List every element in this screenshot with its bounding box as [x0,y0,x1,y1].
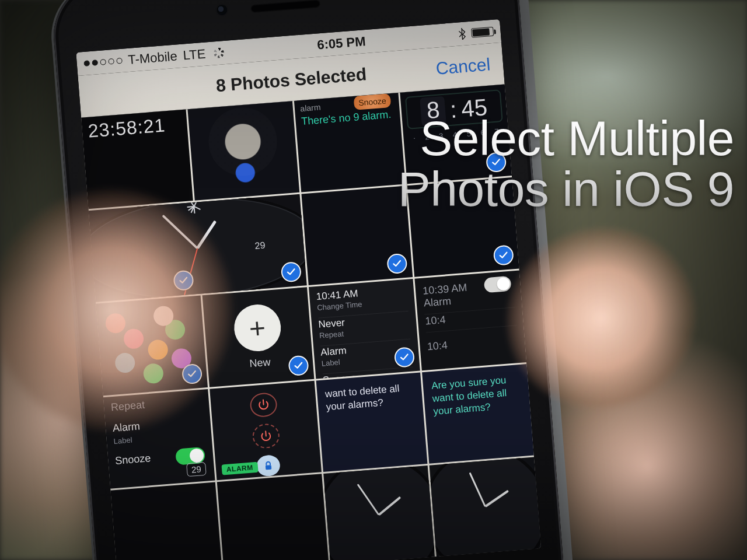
activity-spinner-icon [213,47,224,58]
photo-thumbnail[interactable]: + New [202,288,314,387]
selection-check-icon [486,152,507,173]
cancel-button[interactable]: Cancel [435,54,491,78]
thumb-new-label: New [249,356,271,370]
lock-icon [256,454,281,477]
photo-thumbnail[interactable]: 10:39 AMAlarm 10:4 10:4 [415,271,527,370]
selection-check-icon [280,261,302,283]
battery-icon [471,27,494,38]
photo-thumbnail[interactable] [301,186,413,286]
bluetooth-icon [458,28,466,40]
thumb-snooze-pill: Snooze [353,93,391,110]
app-bubble-icon [147,339,169,360]
carrier-label: T-Mobile [128,48,178,68]
photo-thumbnail[interactable]: 10:41 AMChange Time NeverRepeat AlarmLab… [309,279,421,379]
app-bubble-icon [114,352,136,374]
app-bubble-icon [142,363,164,384]
thumb-date: 29 [254,240,266,251]
front-camera [215,3,229,17]
photo-thumbnail[interactable] [407,177,519,277]
selection-count-title: 8 Photos Selected [215,64,367,96]
iphone-device: T-Mobile LTE 6:05 PM 8 Photos Selected C… [50,0,569,560]
thumb-dialog-text: Are you sure you want to delete all your… [431,373,522,418]
photo-thumbnail[interactable]: alarm There's no 9 alarm. Snooze [294,93,406,192]
photo-thumbnail[interactable] [187,101,299,201]
photo-thumbnail[interactable]: ALARM [210,380,322,480]
thumb-label: alarm [300,102,321,113]
selection-check-icon [288,355,309,376]
thumb-date-box: 29 [186,462,206,477]
photo-thumbnail[interactable]: 29 [89,194,307,302]
thumb-clock-text: 23:58:21 [87,114,166,142]
app-bubble-icon [123,328,145,349]
thumb-tickmarks: ·234567 [408,127,504,143]
plus-icon: + [232,303,282,354]
clock-label: 6:05 PM [316,34,366,52]
photo-thumbnail[interactable]: want to delete all your alarms? [316,372,428,472]
app-bubble-icon [105,313,127,334]
photo-thumbnail[interactable]: 23:58:21 [81,110,193,209]
power-icon [249,392,278,418]
alarm-badge: ALARM [221,462,258,475]
thumb-digital-time: 8 : 45 [405,89,503,130]
photo-thumbnail[interactable] [110,482,222,560]
power-dashed-icon [252,423,280,449]
device-body: T-Mobile LTE 6:05 PM 8 Photos Selected C… [50,0,569,560]
photo-thumbnail[interactable] [323,466,435,560]
svg-rect-0 [265,465,271,470]
photo-thumbnail[interactable] [96,296,208,396]
photos-grid[interactable]: 23:58:21 alarm There's no 9 alarm. Snooz… [81,85,541,560]
photo-thumbnail[interactable] [217,474,329,560]
selection-check-icon [493,245,515,267]
thumb-dialog-text: want to delete all your alarms? [324,381,415,414]
selection-check-icon [386,253,408,275]
earpiece-speaker [250,0,321,13]
signal-strength-icon [83,58,123,66]
network-label: LTE [183,47,207,64]
photo-thumbnail[interactable]: Repeat AlarmLabel Snooze 29 [103,389,215,489]
photo-thumbnail[interactable] [430,457,542,556]
photo-thumbnail[interactable]: Are you sure you want to delete all your… [422,364,534,464]
device-screen: T-Mobile LTE 6:05 PM 8 Photos Selected C… [76,19,541,560]
photo-thumbnail[interactable]: 8 : 45 ·234567 [400,85,512,184]
